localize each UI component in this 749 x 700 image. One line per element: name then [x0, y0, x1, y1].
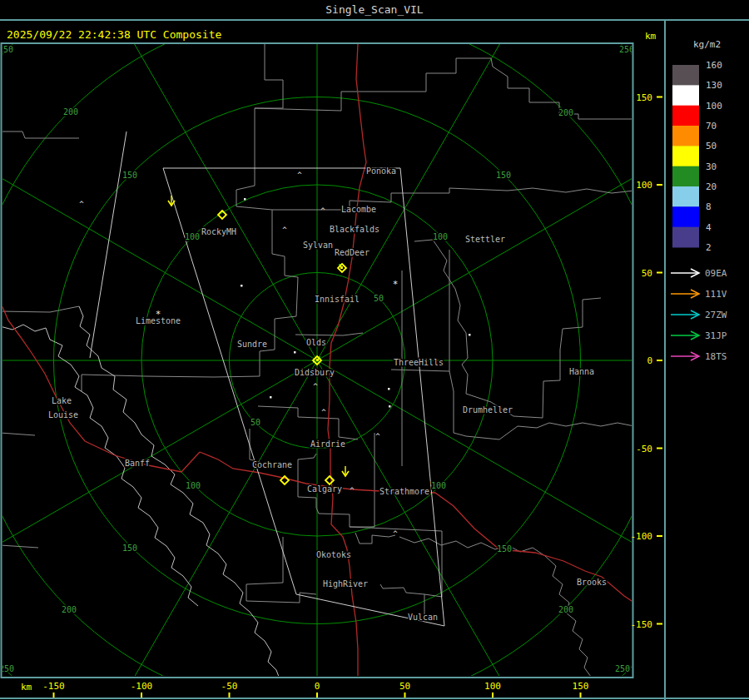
town-caret-marker: ^	[393, 529, 398, 538]
city-label: Cochrane	[252, 460, 292, 469]
color-scale-legend: 1601301007050302084209EA111V27ZW31JP18TS	[671, 60, 727, 362]
town-caret-marker: ^	[297, 171, 302, 179]
city-label: Brooks	[577, 578, 607, 587]
legend-scale-value: 8	[706, 201, 712, 212]
boundary-line	[449, 250, 454, 433]
vil-echo	[340, 266, 343, 269]
range-ring-label: 50	[250, 418, 260, 427]
city-label: Sundre	[237, 340, 267, 349]
legend-scale-value: 4	[706, 222, 712, 233]
scan-sector-line	[90, 132, 126, 358]
legend-color-swatch	[672, 65, 699, 86]
window-title: Single_Scan_VIL	[325, 3, 424, 16]
town-dot-marker	[270, 396, 272, 399]
highway-line	[200, 452, 634, 603]
town-caret-marker: ^	[79, 200, 84, 208]
legend-color-swatch	[672, 146, 699, 166]
y-axis-tick-label: 100	[636, 180, 652, 191]
storm-track-id-label: 09EA	[705, 268, 727, 279]
range-ring-label: 150	[122, 544, 137, 553]
legend-scale-value: 160	[706, 60, 722, 71]
range-ring-label: 100	[431, 481, 446, 490]
highway-line	[0, 301, 200, 472]
town-caret-marker: ^	[350, 486, 355, 494]
town-caret-marker: ^	[320, 206, 325, 215]
town-caret-marker: ^	[321, 408, 326, 416]
range-ring-label: 200	[558, 605, 573, 614]
park-boundary-line	[79, 306, 279, 677]
storm-track-id-label: 111V	[705, 289, 727, 300]
x-axis-tick-label: 150	[573, 681, 589, 692]
x-axis-tick-label: -150	[42, 681, 65, 692]
city-label: Drumheller	[463, 405, 513, 415]
y-axis-tick-label: -100	[631, 531, 653, 542]
range-ring-label: 200	[63, 107, 78, 117]
x-axis-tick-label: 50	[399, 681, 410, 692]
storm-track-id-label: 27ZW	[705, 310, 727, 320]
range-ring-label: 100	[185, 232, 200, 241]
x-axis-tick-label: 100	[484, 681, 501, 692]
range-ring-label: 150	[496, 171, 511, 180]
legend-scale-value: 30	[706, 161, 717, 172]
town-dot-marker	[469, 334, 471, 336]
map-canvas[interactable]: 2502502502502002002002001501501501501001…	[0, 0, 749, 700]
range-ring-label: 250	[615, 664, 630, 673]
park-boundary-line	[0, 325, 198, 606]
bottom-frame-line	[0, 698, 749, 699]
boundary-line	[0, 132, 79, 138]
town-dot-marker	[244, 198, 246, 201]
vil-echo	[316, 359, 319, 361]
radial-line	[0, 136, 317, 360]
y-axis-tick-label: 0	[647, 355, 652, 366]
city-label: Calgary	[307, 484, 342, 494]
range-ring-label: 250	[619, 45, 634, 54]
legend-unit-label: kg/m2	[693, 39, 721, 50]
city-label: Lacombe	[341, 205, 376, 214]
range-ring	[0, 0, 749, 700]
radial-line	[92, 0, 317, 360]
city-label: Okotoks	[316, 550, 351, 559]
city-label: Strathmore	[379, 487, 429, 496]
titlebar-divider	[0, 19, 749, 21]
right-axis-unit-label: km	[645, 31, 657, 42]
town-dot-marker	[389, 405, 391, 408]
town-dot-marker	[294, 351, 296, 354]
range-ring-label: 50	[374, 294, 384, 303]
legend-scale-value: 20	[706, 181, 717, 192]
boundary-line	[295, 333, 363, 335]
city-label: Innisfail	[315, 295, 360, 304]
city-label: Blackfalds	[330, 225, 379, 234]
city-label: Limestone	[136, 316, 181, 325]
radar-display: Single_Scan_VIL 2025/09/22 22:42:38 UTC …	[0, 0, 749, 700]
radar-site-diamond-marker	[325, 476, 334, 484]
legend-scale-value: 50	[706, 141, 717, 151]
legend-color-swatch	[672, 85, 699, 106]
boundary-line	[236, 44, 298, 351]
boundary-line	[0, 306, 79, 312]
town-dot-marker	[241, 285, 243, 287]
legend-color-swatch	[672, 206, 699, 227]
range-ring-label: 200	[558, 108, 573, 117]
city-label: RedDeer	[335, 248, 370, 257]
boundary-line	[391, 370, 449, 371]
y-axis-tick-label: -150	[631, 619, 653, 630]
city-label: Sylvan	[303, 241, 333, 250]
legend-color-swatch	[672, 106, 699, 127]
city-label: Banff	[125, 459, 150, 468]
city-label: HighRiver	[323, 579, 368, 588]
city-label: Hanna	[569, 367, 594, 376]
legend-color-swatch	[672, 186, 699, 207]
storm-track-id-label: 18TS	[705, 351, 727, 362]
city-label: RockyMH	[201, 227, 236, 236]
radial-line	[317, 0, 542, 360]
legend-scale-value: 130	[706, 80, 722, 91]
boundary-line	[0, 433, 35, 435]
bottom-axis-unit-label: km	[21, 682, 32, 693]
legend-color-swatch	[672, 166, 699, 187]
town-caret-marker: ^	[375, 432, 380, 440]
legend-color-swatch	[672, 126, 699, 146]
boundary-line	[0, 545, 38, 548]
city-label: Louise	[48, 410, 78, 420]
x-axis-tick-label: -50	[221, 681, 238, 692]
range-ring-label: 250	[0, 664, 14, 673]
